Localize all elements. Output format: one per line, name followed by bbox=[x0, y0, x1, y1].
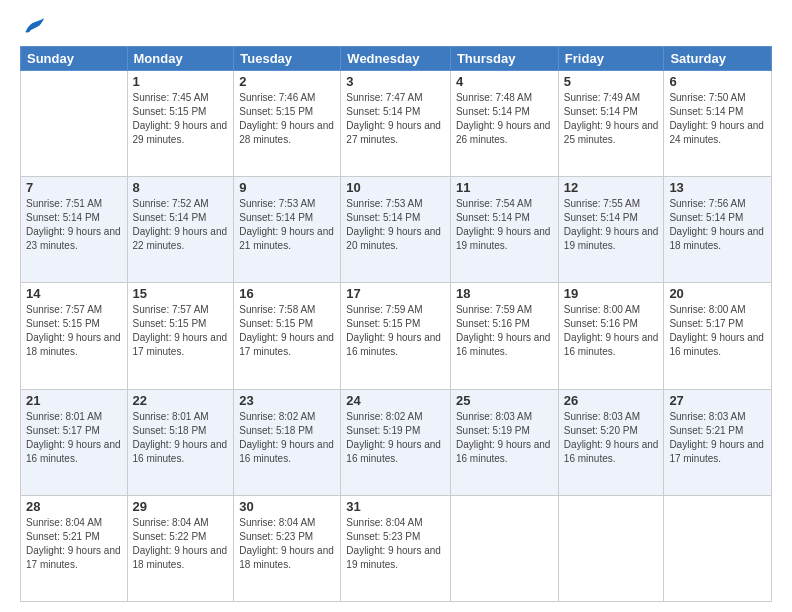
calendar-table: SundayMondayTuesdayWednesdayThursdayFrid… bbox=[20, 46, 772, 602]
calendar-cell: 21Sunrise: 8:01 AMSunset: 5:17 PMDayligh… bbox=[21, 389, 128, 495]
day-info: Sunrise: 7:45 AMSunset: 5:15 PMDaylight:… bbox=[133, 91, 229, 147]
day-info: Sunrise: 8:03 AMSunset: 5:20 PMDaylight:… bbox=[564, 410, 659, 466]
day-number: 26 bbox=[564, 393, 659, 408]
day-info: Sunrise: 7:47 AMSunset: 5:14 PMDaylight:… bbox=[346, 91, 445, 147]
day-number: 23 bbox=[239, 393, 335, 408]
calendar-cell: 11Sunrise: 7:54 AMSunset: 5:14 PMDayligh… bbox=[450, 177, 558, 283]
day-info: Sunrise: 7:46 AMSunset: 5:15 PMDaylight:… bbox=[239, 91, 335, 147]
day-info: Sunrise: 8:03 AMSunset: 5:19 PMDaylight:… bbox=[456, 410, 553, 466]
day-info: Sunrise: 7:51 AMSunset: 5:14 PMDaylight:… bbox=[26, 197, 122, 253]
weekday-header-sunday: Sunday bbox=[21, 47, 128, 71]
day-number: 17 bbox=[346, 286, 445, 301]
calendar-cell bbox=[21, 71, 128, 177]
weekday-header-saturday: Saturday bbox=[664, 47, 772, 71]
day-number: 7 bbox=[26, 180, 122, 195]
day-info: Sunrise: 7:49 AMSunset: 5:14 PMDaylight:… bbox=[564, 91, 659, 147]
weekday-header-friday: Friday bbox=[558, 47, 664, 71]
calendar-cell: 19Sunrise: 8:00 AMSunset: 5:16 PMDayligh… bbox=[558, 283, 664, 389]
calendar-cell: 26Sunrise: 8:03 AMSunset: 5:20 PMDayligh… bbox=[558, 389, 664, 495]
calendar-cell: 10Sunrise: 7:53 AMSunset: 5:14 PMDayligh… bbox=[341, 177, 451, 283]
calendar-week-row: 7Sunrise: 7:51 AMSunset: 5:14 PMDaylight… bbox=[21, 177, 772, 283]
day-number: 27 bbox=[669, 393, 766, 408]
calendar-cell: 6Sunrise: 7:50 AMSunset: 5:14 PMDaylight… bbox=[664, 71, 772, 177]
day-number: 29 bbox=[133, 499, 229, 514]
day-number: 4 bbox=[456, 74, 553, 89]
day-info: Sunrise: 8:00 AMSunset: 5:16 PMDaylight:… bbox=[564, 303, 659, 359]
calendar-cell: 30Sunrise: 8:04 AMSunset: 5:23 PMDayligh… bbox=[234, 495, 341, 601]
day-info: Sunrise: 8:03 AMSunset: 5:21 PMDaylight:… bbox=[669, 410, 766, 466]
weekday-header-row: SundayMondayTuesdayWednesdayThursdayFrid… bbox=[21, 47, 772, 71]
day-number: 28 bbox=[26, 499, 122, 514]
day-number: 25 bbox=[456, 393, 553, 408]
calendar-cell: 15Sunrise: 7:57 AMSunset: 5:15 PMDayligh… bbox=[127, 283, 234, 389]
calendar-week-row: 28Sunrise: 8:04 AMSunset: 5:21 PMDayligh… bbox=[21, 495, 772, 601]
day-number: 31 bbox=[346, 499, 445, 514]
calendar-cell: 4Sunrise: 7:48 AMSunset: 5:14 PMDaylight… bbox=[450, 71, 558, 177]
calendar-cell: 5Sunrise: 7:49 AMSunset: 5:14 PMDaylight… bbox=[558, 71, 664, 177]
day-number: 22 bbox=[133, 393, 229, 408]
day-number: 21 bbox=[26, 393, 122, 408]
calendar-cell bbox=[558, 495, 664, 601]
calendar-cell: 22Sunrise: 8:01 AMSunset: 5:18 PMDayligh… bbox=[127, 389, 234, 495]
calendar-cell: 13Sunrise: 7:56 AMSunset: 5:14 PMDayligh… bbox=[664, 177, 772, 283]
day-number: 11 bbox=[456, 180, 553, 195]
calendar-cell: 17Sunrise: 7:59 AMSunset: 5:15 PMDayligh… bbox=[341, 283, 451, 389]
weekday-header-wednesday: Wednesday bbox=[341, 47, 451, 71]
day-info: Sunrise: 7:58 AMSunset: 5:15 PMDaylight:… bbox=[239, 303, 335, 359]
day-info: Sunrise: 7:54 AMSunset: 5:14 PMDaylight:… bbox=[456, 197, 553, 253]
day-number: 15 bbox=[133, 286, 229, 301]
calendar-cell bbox=[450, 495, 558, 601]
calendar-cell: 31Sunrise: 8:04 AMSunset: 5:23 PMDayligh… bbox=[341, 495, 451, 601]
calendar-cell: 14Sunrise: 7:57 AMSunset: 5:15 PMDayligh… bbox=[21, 283, 128, 389]
weekday-header-monday: Monday bbox=[127, 47, 234, 71]
day-number: 16 bbox=[239, 286, 335, 301]
day-info: Sunrise: 7:48 AMSunset: 5:14 PMDaylight:… bbox=[456, 91, 553, 147]
day-number: 10 bbox=[346, 180, 445, 195]
day-number: 3 bbox=[346, 74, 445, 89]
calendar-cell: 27Sunrise: 8:03 AMSunset: 5:21 PMDayligh… bbox=[664, 389, 772, 495]
day-info: Sunrise: 7:53 AMSunset: 5:14 PMDaylight:… bbox=[346, 197, 445, 253]
calendar-cell: 2Sunrise: 7:46 AMSunset: 5:15 PMDaylight… bbox=[234, 71, 341, 177]
day-info: Sunrise: 7:55 AMSunset: 5:14 PMDaylight:… bbox=[564, 197, 659, 253]
day-number: 14 bbox=[26, 286, 122, 301]
page: SundayMondayTuesdayWednesdayThursdayFrid… bbox=[0, 0, 792, 612]
day-number: 6 bbox=[669, 74, 766, 89]
day-info: Sunrise: 8:04 AMSunset: 5:21 PMDaylight:… bbox=[26, 516, 122, 572]
day-number: 13 bbox=[669, 180, 766, 195]
weekday-header-thursday: Thursday bbox=[450, 47, 558, 71]
calendar-cell: 24Sunrise: 8:02 AMSunset: 5:19 PMDayligh… bbox=[341, 389, 451, 495]
day-number: 5 bbox=[564, 74, 659, 89]
calendar-cell: 1Sunrise: 7:45 AMSunset: 5:15 PMDaylight… bbox=[127, 71, 234, 177]
day-number: 30 bbox=[239, 499, 335, 514]
calendar-week-row: 21Sunrise: 8:01 AMSunset: 5:17 PMDayligh… bbox=[21, 389, 772, 495]
calendar-cell: 9Sunrise: 7:53 AMSunset: 5:14 PMDaylight… bbox=[234, 177, 341, 283]
calendar-cell: 20Sunrise: 8:00 AMSunset: 5:17 PMDayligh… bbox=[664, 283, 772, 389]
logo bbox=[20, 16, 46, 36]
day-number: 19 bbox=[564, 286, 659, 301]
calendar-cell: 25Sunrise: 8:03 AMSunset: 5:19 PMDayligh… bbox=[450, 389, 558, 495]
calendar-cell: 7Sunrise: 7:51 AMSunset: 5:14 PMDaylight… bbox=[21, 177, 128, 283]
day-info: Sunrise: 7:52 AMSunset: 5:14 PMDaylight:… bbox=[133, 197, 229, 253]
calendar-cell: 18Sunrise: 7:59 AMSunset: 5:16 PMDayligh… bbox=[450, 283, 558, 389]
day-info: Sunrise: 8:04 AMSunset: 5:23 PMDaylight:… bbox=[239, 516, 335, 572]
day-info: Sunrise: 8:00 AMSunset: 5:17 PMDaylight:… bbox=[669, 303, 766, 359]
day-info: Sunrise: 7:53 AMSunset: 5:14 PMDaylight:… bbox=[239, 197, 335, 253]
header bbox=[20, 16, 772, 36]
calendar-cell bbox=[664, 495, 772, 601]
calendar-cell: 29Sunrise: 8:04 AMSunset: 5:22 PMDayligh… bbox=[127, 495, 234, 601]
calendar-cell: 16Sunrise: 7:58 AMSunset: 5:15 PMDayligh… bbox=[234, 283, 341, 389]
day-info: Sunrise: 7:59 AMSunset: 5:15 PMDaylight:… bbox=[346, 303, 445, 359]
day-info: Sunrise: 8:04 AMSunset: 5:22 PMDaylight:… bbox=[133, 516, 229, 572]
day-info: Sunrise: 7:57 AMSunset: 5:15 PMDaylight:… bbox=[133, 303, 229, 359]
calendar-cell: 3Sunrise: 7:47 AMSunset: 5:14 PMDaylight… bbox=[341, 71, 451, 177]
day-info: Sunrise: 7:50 AMSunset: 5:14 PMDaylight:… bbox=[669, 91, 766, 147]
day-info: Sunrise: 8:04 AMSunset: 5:23 PMDaylight:… bbox=[346, 516, 445, 572]
calendar-cell: 8Sunrise: 7:52 AMSunset: 5:14 PMDaylight… bbox=[127, 177, 234, 283]
calendar-cell: 28Sunrise: 8:04 AMSunset: 5:21 PMDayligh… bbox=[21, 495, 128, 601]
calendar-cell: 23Sunrise: 8:02 AMSunset: 5:18 PMDayligh… bbox=[234, 389, 341, 495]
day-info: Sunrise: 8:01 AMSunset: 5:18 PMDaylight:… bbox=[133, 410, 229, 466]
day-number: 24 bbox=[346, 393, 445, 408]
calendar-week-row: 14Sunrise: 7:57 AMSunset: 5:15 PMDayligh… bbox=[21, 283, 772, 389]
day-number: 20 bbox=[669, 286, 766, 301]
weekday-header-tuesday: Tuesday bbox=[234, 47, 341, 71]
